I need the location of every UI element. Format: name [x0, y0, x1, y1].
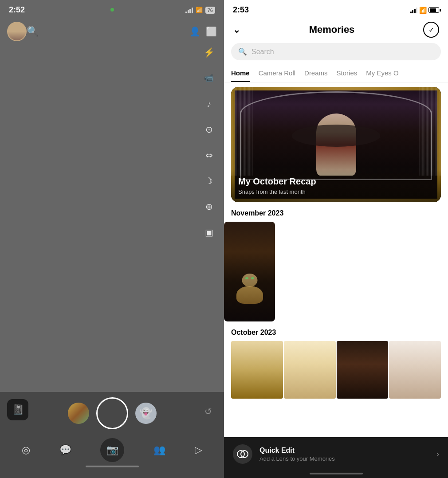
battery-fill	[430, 8, 436, 12]
avatar-image	[8, 23, 26, 40]
lens-option-2[interactable]: 👻	[135, 403, 157, 424]
camera-top-bar: 🔍 👤 ⬜	[0, 18, 224, 45]
memories-header: ⌄ Memories ✓	[224, 18, 448, 43]
cat-photo-thumb[interactable]	[224, 222, 275, 321]
right-deco	[419, 87, 441, 176]
left-deco	[231, 87, 253, 176]
november-2023-header: November 2023	[224, 202, 448, 222]
camera-icon: 📷	[106, 444, 118, 456]
cat-eye-left	[245, 277, 248, 279]
featured-subtitle: Snaps from the last month	[238, 188, 434, 195]
quick-edit-title: Quick Edit	[259, 447, 429, 454]
add-friend-icon[interactable]: 👤	[189, 26, 200, 37]
featured-title: My October Recap	[238, 176, 434, 187]
signal-bar-r1	[410, 12, 412, 13]
wifi-icon-right: 📶	[419, 7, 427, 14]
battery-right	[428, 7, 439, 13]
play-nav-icon[interactable]: ▷	[195, 444, 202, 456]
location-nav-icon[interactable]: ◎	[22, 444, 30, 456]
cat-body	[236, 286, 263, 304]
right-status-icons: 📶	[410, 7, 440, 14]
memories-tabs: Home Camera Roll Dreams Stories My Eyes …	[224, 66, 448, 82]
shutter-button[interactable]	[96, 397, 128, 429]
signal-bar-2	[188, 10, 189, 13]
october-photo-2[interactable]	[284, 341, 336, 399]
battery-left: 76	[205, 7, 215, 14]
tab-home[interactable]: Home	[231, 66, 250, 82]
october-2023-header: October 2023	[224, 321, 448, 341]
signal-bar-1	[185, 12, 187, 13]
memories-screen: 2:53 📶 ⌄ Memories ✓ 🔍 Search Home Camera…	[224, 0, 448, 478]
quick-edit-text: Quick Edit Add a Lens to your Memories	[259, 447, 429, 462]
october-photo-4[interactable]	[389, 341, 441, 399]
home-indicator-left	[86, 466, 139, 467]
right-status-bar: 2:53 📶	[224, 0, 448, 18]
october-photos-row	[231, 341, 441, 399]
left-status-icons: 📶 76	[185, 7, 215, 14]
tab-dreams[interactable]: Dreams	[304, 66, 328, 82]
friends-nav-icon[interactable]: 👥	[153, 444, 165, 456]
music-icon[interactable]: ♪	[201, 96, 217, 112]
add-icon[interactable]: ⊕	[201, 199, 217, 215]
lens-option-1[interactable]	[68, 403, 89, 424]
shutter-row: 👻	[0, 397, 224, 429]
quick-edit-subtitle: Add a Lens to your Memories	[259, 455, 429, 462]
bottom-nav-bar: ◎ 💬 📷 👥 ▷	[0, 438, 224, 462]
search-bar[interactable]: 🔍 Search	[231, 43, 441, 60]
ghost-icon: 👻	[139, 407, 153, 419]
memories-title: Memories	[309, 24, 355, 35]
camera-bottom-bar: 👻 ◎ 💬 📷 👥 ▷	[0, 392, 224, 478]
lens-icon-svg	[236, 447, 250, 461]
search-placeholder: Search	[252, 48, 274, 56]
cat-head	[242, 274, 257, 287]
left-time: 2:52	[9, 5, 25, 15]
signal-bar-r4	[416, 8, 417, 13]
camera-rotate-icon[interactable]: ⊙	[201, 121, 217, 137]
signal-bar-4	[192, 8, 193, 13]
tab-camera-roll[interactable]: Camera Roll	[259, 66, 295, 82]
avatar[interactable]	[7, 22, 27, 41]
search-icon[interactable]: 🔍	[27, 26, 39, 37]
spectacles-icon[interactable]: ⬜	[206, 26, 217, 37]
chat-nav-icon[interactable]: 💬	[59, 444, 71, 456]
right-time: 2:53	[233, 5, 249, 15]
video-icon[interactable]: 📹	[201, 70, 217, 86]
featured-recap-card[interactable]: My October Recap Snaps from the last mon…	[231, 87, 441, 202]
featured-caption: My October Recap Snaps from the last mon…	[231, 169, 441, 202]
camera-right-toolbar: ⚡ 📹 ♪ ⊙ ⇔ ☽ ⊕ ▣	[201, 44, 217, 240]
battery-tip	[440, 9, 441, 12]
quick-edit-bar[interactable]: Quick Edit Add a Lens to your Memories ›	[224, 437, 448, 478]
quick-edit-icon	[233, 444, 252, 464]
october-photo-1[interactable]	[231, 341, 283, 399]
quick-edit-arrow-icon: ›	[436, 450, 439, 459]
signal-bars-left	[185, 7, 193, 13]
memories-content: My October Recap Snaps from the last mon…	[224, 82, 448, 478]
camera-screen: 2:52 📶 76 🔍 👤 ⬜ ⚡ 📹 ♪ ⊙ ⇔ ☽	[0, 0, 224, 478]
cat-eye-right	[251, 277, 254, 279]
home-indicator-right	[310, 473, 363, 474]
flip-icon[interactable]: ⇔	[201, 147, 217, 163]
status-dot	[110, 8, 114, 12]
signal-bar-r2	[412, 10, 413, 13]
signal-bars-right	[410, 7, 418, 13]
signal-bar-r3	[414, 9, 416, 13]
select-button[interactable]: ✓	[423, 22, 439, 38]
october-photo-3[interactable]	[337, 341, 389, 399]
screenshot-icon[interactable]: ▣	[201, 224, 217, 240]
wifi-icon-left: 📶	[196, 7, 203, 13]
signal-bar-3	[189, 9, 191, 13]
moon-icon[interactable]: ☽	[201, 173, 217, 189]
search-icon: 🔍	[238, 47, 247, 56]
tab-stories[interactable]: Stories	[337, 66, 358, 82]
camera-nav-button[interactable]: 📷	[100, 438, 124, 462]
tab-my-eyes-only[interactable]: My Eyes O	[366, 66, 398, 82]
chevron-down-icon[interactable]: ⌄	[233, 24, 240, 35]
flash-off-icon[interactable]: ⚡	[201, 44, 217, 60]
